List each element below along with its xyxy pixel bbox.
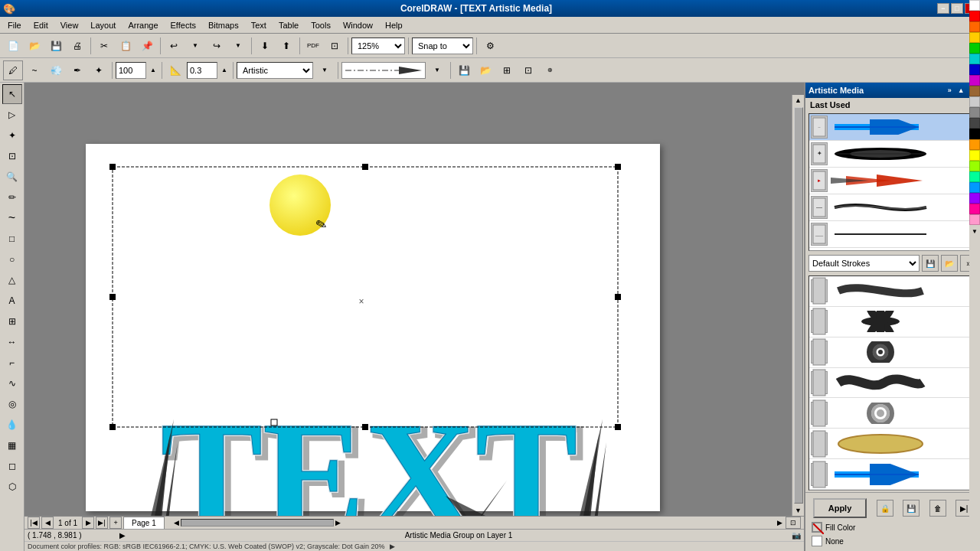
- canvas-viewport[interactable]: inches 1/2 1/2 1 1 1/2 2 2 1/2 3 3 1/2 4…: [24, 83, 804, 516]
- preset-mode-button[interactable]: 🖊: [3, 60, 23, 80]
- copy-button[interactable]: 📋: [116, 36, 136, 56]
- save-stroke-set-button[interactable]: 💾: [922, 255, 939, 272]
- brush-mode-button[interactable]: ~: [24, 60, 44, 80]
- stroke-dropdown-btn[interactable]: ▼: [427, 60, 447, 80]
- swatch-black[interactable]: [969, 129, 980, 139]
- swatch-bright-yellow[interactable]: [969, 150, 980, 161]
- style-dropdown[interactable]: Artistic Brushstroke Spray: [237, 62, 313, 79]
- brush-item-red-arrow[interactable]: ►: [809, 168, 976, 194]
- brush-item-thin[interactable]: ___: [809, 221, 976, 248]
- brush-item-blue-arrow[interactable]: ~: [809, 114, 976, 141]
- save-button[interactable]: 💾: [46, 36, 66, 56]
- calligraphic-mode-button[interactable]: ✒: [67, 60, 87, 80]
- new-button[interactable]: 📄: [3, 36, 23, 56]
- print-button[interactable]: 🖨: [67, 36, 87, 56]
- vscroll-thumb[interactable]: [794, 107, 803, 504]
- menu-table[interactable]: Table: [273, 19, 305, 31]
- swatch-sky[interactable]: [969, 182, 980, 193]
- zoom-fit-button[interactable]: ⊡: [786, 517, 801, 529]
- menu-edit[interactable]: Edit: [28, 19, 54, 31]
- strokes-category-dropdown[interactable]: Default Strokes Artistic Calligraphic: [808, 255, 920, 272]
- swatch-dark-gray[interactable]: [969, 118, 980, 129]
- transparency-tool[interactable]: ◎: [2, 394, 22, 414]
- zoom-tool[interactable]: 🔍: [2, 167, 22, 187]
- add-page-button[interactable]: +: [109, 517, 122, 529]
- menu-bitmaps[interactable]: Bitmaps: [202, 19, 245, 31]
- redo-button[interactable]: ↪: [207, 36, 227, 56]
- last-used-list[interactable]: ~ ✦: [808, 113, 977, 251]
- view-fullscreen[interactable]: ⊡: [325, 36, 345, 56]
- freehand-tool[interactable]: ✏: [2, 187, 22, 207]
- save-stroke-button[interactable]: 💾: [454, 60, 474, 80]
- shape-tool[interactable]: ▷: [2, 105, 22, 125]
- style-dropdown-btn[interactable]: ▼: [315, 60, 335, 80]
- more-colors-btn[interactable]: ▼: [969, 225, 980, 237]
- menu-text[interactable]: Text: [245, 19, 273, 31]
- size-spinner-up[interactable]: ▲: [148, 60, 158, 80]
- maximize-button[interactable]: □: [951, 3, 963, 14]
- fill-tool[interactable]: ▦: [2, 435, 22, 455]
- rectangle-tool[interactable]: □: [2, 229, 22, 249]
- open-button[interactable]: 📂: [24, 36, 44, 56]
- default-stroke-2[interactable]: [809, 307, 976, 337]
- default-stroke-1[interactable]: [809, 276, 976, 307]
- ellipse-tool[interactable]: ○: [2, 249, 22, 269]
- swatch-amber[interactable]: [969, 139, 980, 150]
- export-button[interactable]: ⬆: [276, 36, 296, 56]
- import-button[interactable]: ⬇: [255, 36, 275, 56]
- menu-arrange[interactable]: Arrange: [122, 19, 164, 31]
- page-prev-button[interactable]: ◀: [41, 517, 54, 529]
- vscroll-up[interactable]: ▲: [793, 95, 803, 106]
- pick-tool[interactable]: ↖: [2, 84, 22, 104]
- apply-button[interactable]: Apply: [813, 498, 867, 518]
- page-start-button[interactable]: |◀: [28, 517, 40, 529]
- swatch-light-pink[interactable]: [969, 214, 980, 225]
- panel-minimize-btn[interactable]: ▲: [956, 86, 967, 95]
- info-arrow[interactable]: ▶: [119, 531, 126, 540]
- hscroll-left[interactable]: ◀: [172, 517, 181, 528]
- stroke-options-button[interactable]: ⊡: [518, 60, 538, 80]
- swatch-light-gray[interactable]: [969, 96, 980, 107]
- menu-tools[interactable]: Tools: [305, 19, 337, 31]
- default-stroke-7[interactable]: [809, 459, 976, 490]
- load-stroke-button[interactable]: 📂: [475, 60, 495, 80]
- swatch-pink[interactable]: [969, 204, 980, 214]
- default-stroke-6[interactable]: [809, 429, 976, 459]
- canvas-vscroll[interactable]: ▲ ▼: [792, 95, 804, 516]
- page-next-button[interactable]: ▶: [82, 517, 94, 529]
- connector-tool[interactable]: ⌐: [2, 353, 22, 373]
- menu-layout[interactable]: Layout: [84, 19, 122, 31]
- eyedropper-tool[interactable]: 💧: [2, 415, 22, 435]
- menu-view[interactable]: View: [54, 19, 85, 31]
- default-stroke-5[interactable]: [809, 398, 976, 429]
- dimension-tool[interactable]: ↔: [2, 332, 22, 352]
- default-strokes-list[interactable]: [808, 276, 977, 491]
- smoothing-input[interactable]: [187, 62, 217, 79]
- menu-help[interactable]: Help: [379, 19, 409, 31]
- hscroll-right[interactable]: ▶: [334, 517, 342, 528]
- default-stroke-4[interactable]: [809, 368, 976, 399]
- crop-tool[interactable]: ⊡: [2, 146, 22, 166]
- zoom-dropdown[interactable]: 125% 100% 75% 50%: [351, 37, 405, 54]
- sprayer-mode-button[interactable]: 💨: [46, 60, 66, 80]
- page-tab-1[interactable]: Page 1: [123, 517, 165, 529]
- scroll-end-button[interactable]: ▶: [776, 517, 784, 528]
- swatch-brown[interactable]: [969, 86, 980, 96]
- vscroll-down[interactable]: ▼: [793, 505, 803, 516]
- swatch-purple[interactable]: [969, 193, 980, 204]
- snap-to-dropdown[interactable]: Snap to: [412, 37, 473, 54]
- hscroll-thumb[interactable]: [181, 519, 334, 527]
- browse-strokes-button[interactable]: 📂: [941, 255, 958, 272]
- default-stroke-3[interactable]: [809, 337, 976, 368]
- artistic-media-tool-left[interactable]: ~: [2, 208, 22, 228]
- minimize-button[interactable]: −: [937, 3, 949, 14]
- smoothing-spinner-up[interactable]: ▲: [219, 60, 230, 80]
- outline-tool[interactable]: ◻: [2, 456, 22, 476]
- stroke-preview[interactable]: [341, 62, 426, 79]
- camera-icon[interactable]: 📷: [792, 531, 801, 540]
- lock-button[interactable]: 🔒: [877, 500, 893, 517]
- redo-dropdown[interactable]: ▼: [228, 36, 248, 56]
- swatch-mint[interactable]: [969, 171, 980, 182]
- nodes-button[interactable]: ⊕: [540, 60, 560, 80]
- swatch-gray[interactable]: [969, 107, 980, 118]
